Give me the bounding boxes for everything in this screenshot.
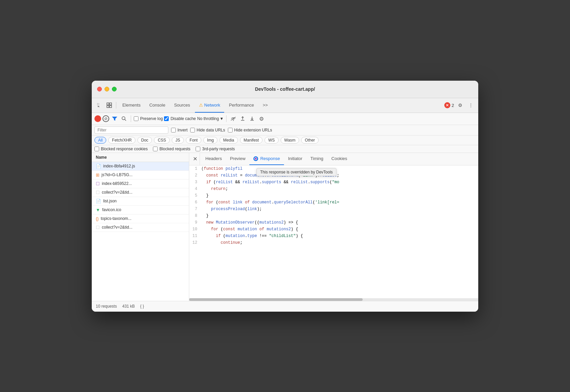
window-title: DevTools - coffee-cart.app/: [255, 86, 315, 92]
invert-label[interactable]: Invert: [171, 128, 188, 132]
panel-area: ✕ Headers Preview Response Initiator Tim…: [189, 153, 478, 301]
record-button[interactable]: [94, 115, 101, 122]
code-line-4: 4 return;: [189, 186, 478, 192]
file-list-header: Name: [92, 153, 189, 162]
error-count: 2: [452, 103, 454, 108]
clear-button[interactable]: ⊘: [103, 115, 109, 122]
chip-fetch[interactable]: Fetch/XHR: [108, 137, 135, 144]
horizontal-scrollbar[interactable]: [189, 298, 478, 301]
blocked-cookies-checkbox[interactable]: [94, 147, 99, 151]
maximize-button[interactable]: [112, 87, 117, 91]
throttle-select[interactable]: No throttling ▼: [197, 116, 224, 121]
close-button[interactable]: [97, 87, 102, 91]
file-item-collect1[interactable]: ☐ collect?v=2&tid...: [92, 188, 189, 197]
cursor-icon[interactable]: [94, 101, 104, 110]
minimize-button[interactable]: [105, 87, 109, 91]
svg-point-8: [122, 117, 125, 120]
tab-response[interactable]: Response: [249, 153, 284, 165]
code-line-5: 5 }: [189, 192, 478, 199]
chip-manifest[interactable]: Manifest: [240, 137, 262, 144]
title-bar: DevTools - coffee-cart.app/: [92, 81, 478, 98]
filter-chips: All Fetch/XHR Doc CSS JS Font Img Media …: [94, 137, 319, 144]
blocked-row: Blocked response cookies Blocked request…: [92, 145, 478, 153]
svg-rect-5: [110, 103, 112, 105]
search-button[interactable]: [120, 115, 128, 123]
chip-other[interactable]: Other: [301, 137, 319, 144]
svg-rect-0: [97, 103, 98, 104]
format-icon[interactable]: { }: [140, 304, 144, 309]
upload-icon[interactable]: [239, 115, 247, 123]
code-panel[interactable]: This response is overridden by DevTools …: [189, 165, 478, 298]
hide-ext-urls-label[interactable]: Hide extension URLs: [228, 128, 272, 132]
scrollbar-thumb[interactable]: [189, 298, 363, 301]
file-item-list-json[interactable]: 📄 list.json: [92, 197, 189, 206]
chip-img[interactable]: Img: [203, 137, 217, 144]
toolbar-separator-1: [116, 102, 116, 109]
file-item-topics[interactable]: {} topics-taxonom...: [92, 214, 189, 223]
tab-performance[interactable]: Performance: [225, 98, 258, 113]
file-item-favicon[interactable]: ▼ favicon.ico: [92, 206, 189, 214]
tab-initiator[interactable]: Initiator: [284, 153, 307, 165]
svg-rect-2: [97, 105, 98, 105]
blocked-cookies-label[interactable]: Blocked response cookies: [94, 147, 148, 151]
network-toolbar: ⊘ Preserve log Disable cache No throttli…: [92, 113, 478, 125]
request-count: 10 requests: [96, 304, 117, 309]
panel-tabs: ✕ Headers Preview Response Initiator Tim…: [189, 153, 478, 165]
chip-all[interactable]: All: [94, 137, 106, 144]
tab-more[interactable]: >>: [259, 98, 272, 113]
tab-network[interactable]: ⚠ Network: [195, 98, 225, 113]
ico-file-icon: ▼: [96, 207, 100, 212]
hide-data-urls-label[interactable]: Hide data URLs: [190, 128, 225, 132]
download-icon[interactable]: [248, 115, 256, 123]
main-content: Name 📄 index-8bfa4912.js ⊞ js?id=G-LB75G…: [92, 153, 478, 301]
tab-elements[interactable]: Elements: [118, 98, 145, 113]
sep3: [226, 115, 227, 122]
blocked-requests-label[interactable]: Blocked requests: [153, 147, 190, 151]
third-party-label[interactable]: 3rd-party requests: [196, 147, 235, 151]
close-panel-button[interactable]: ✕: [191, 153, 200, 165]
hide-data-urls-checkbox[interactable]: [190, 128, 195, 132]
file-item-index-b859522[interactable]: ☐ index-b859522...: [92, 180, 189, 188]
invert-checkbox[interactable]: [171, 128, 176, 132]
wifi-icon[interactable]: [229, 115, 237, 123]
chip-css[interactable]: CSS: [154, 137, 170, 144]
chip-doc[interactable]: Doc: [137, 137, 152, 144]
tab-timing[interactable]: Timing: [307, 153, 328, 165]
inspect-icon[interactable]: [105, 101, 114, 110]
chip-font[interactable]: Font: [186, 137, 201, 144]
code-line-10: 10 for (const mutation of mutations2) {: [189, 226, 478, 233]
filter-chips-row: All Fetch/XHR Doc CSS JS Font Img Media …: [92, 135, 478, 145]
chip-js[interactable]: JS: [172, 137, 184, 144]
collect2-file-icon: ☐: [96, 225, 100, 230]
tab-preview[interactable]: Preview: [226, 153, 249, 165]
preserve-log-checkbox[interactable]: [134, 116, 138, 121]
preserve-log-label[interactable]: Preserve log: [134, 116, 163, 121]
worker-file-icon: ☐: [96, 181, 100, 186]
tab-console[interactable]: Console: [145, 98, 169, 113]
settings-icon[interactable]: ⚙: [455, 101, 465, 110]
devtools-toolbar: Elements Console Sources ⚠ Network Perfo…: [92, 98, 478, 113]
chip-media[interactable]: Media: [219, 137, 238, 144]
file-item-js-gtag[interactable]: ⊞ js?id=G-LB75G...: [92, 171, 189, 180]
file-item-index-8bfa4912[interactable]: 📄 index-8bfa4912.js: [92, 162, 189, 171]
disable-cache-checkbox[interactable]: [164, 116, 169, 121]
filter-icon[interactable]: [111, 115, 119, 123]
code-content: 1 (function polyfil 2 const relList = do…: [189, 165, 478, 246]
file-item-collect2[interactable]: ☐ collect?v=2&tid...: [92, 223, 189, 232]
more-options-icon[interactable]: ⋮: [466, 101, 476, 110]
hide-ext-urls-checkbox[interactable]: [228, 128, 233, 132]
network-settings-icon[interactable]: ⚙: [257, 115, 266, 123]
filter-input[interactable]: [94, 126, 168, 134]
error-badge[interactable]: ✕ 2: [444, 102, 454, 108]
code-line-9: 9 new MutationObserver((mutations2) => {: [189, 219, 478, 226]
blocked-requests-checkbox[interactable]: [153, 147, 158, 151]
disable-cache-label[interactable]: Disable cache: [164, 116, 196, 121]
tab-sources[interactable]: Sources: [170, 98, 194, 113]
third-party-checkbox[interactable]: [196, 147, 200, 151]
chip-wasm[interactable]: Wasm: [281, 137, 299, 144]
js-file-icon: 📄: [96, 164, 101, 169]
tab-cookies[interactable]: Cookies: [327, 153, 351, 165]
svg-line-9: [125, 119, 126, 121]
tab-headers[interactable]: Headers: [201, 153, 226, 165]
chip-ws[interactable]: WS: [264, 137, 278, 144]
